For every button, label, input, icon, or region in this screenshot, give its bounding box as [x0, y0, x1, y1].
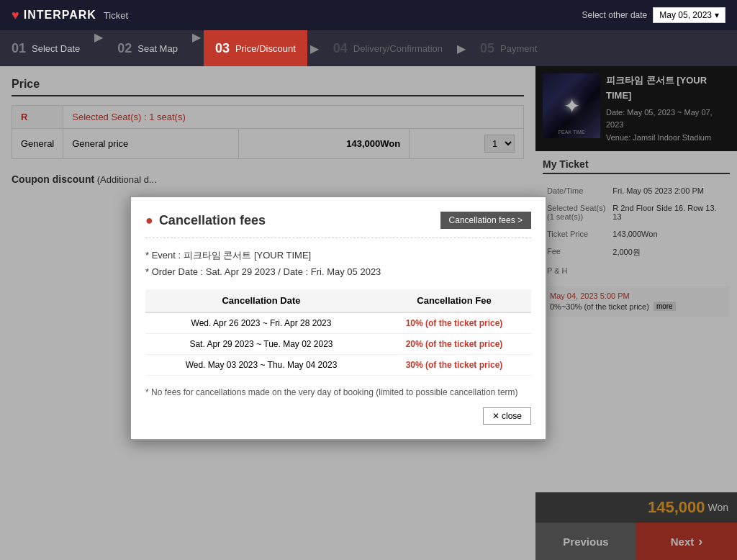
step-03-num: 03 [215, 41, 230, 56]
modal-table-row-3: Wed. May 03 2023 ~ Thu. May 04 2023 30% … [145, 354, 531, 375]
header: ♥ INTERPARK Ticket Select other date May… [0, 0, 737, 30]
header-right: Select other date May 05, 2023 ▾ [582, 7, 725, 23]
step-04-label: Delivery/Confirmation [353, 43, 443, 54]
modal-col-date: Cancellation Date [145, 289, 377, 312]
logo-main-text: INTERPARK [24, 9, 96, 22]
step-05-num: 05 [480, 41, 494, 56]
step-03-price-discount[interactable]: 03 Price/Discount [204, 30, 307, 66]
logo-heart-icon: ♥ [12, 8, 19, 23]
select-other-date-label: Select other date [582, 10, 648, 20]
modal-event-line1: * Event : 피크타임 콘서트 [YOUR TIME] [145, 247, 531, 263]
logo-area: ♥ INTERPARK Ticket [12, 8, 128, 23]
cancel-fee-1: 10% (of the ticket price) [377, 312, 531, 334]
modal-header: ● Cancellation fees Cancellation fees > [145, 212, 531, 229]
modal-divider [145, 238, 531, 238]
step-arrow-2: ▶ [189, 30, 204, 66]
step-05-payment[interactable]: 05 Payment [469, 30, 548, 66]
modal-note: * No fees for cancellations made on the … [145, 386, 531, 399]
modal-cancellation-table: Cancellation Date Cancellation Fee Wed. … [145, 289, 531, 376]
modal-close-area: ✕ close [145, 407, 531, 425]
step-01-label: Select Date [32, 43, 80, 54]
step-03-label: Price/Discount [235, 43, 296, 54]
step-02-seat-map[interactable]: 02 Seat Map [106, 30, 189, 66]
step-01-num: 01 [12, 41, 26, 56]
modal-event-info: * Event : 피크타임 콘서트 [YOUR TIME] * Order D… [145, 247, 531, 281]
steps-nav: 01 Select Date ▶ 02 Seat Map ▶ 03 Price/… [0, 30, 737, 66]
step-05-label: Payment [500, 43, 537, 54]
date-selector[interactable]: May 05, 2023 ▾ [653, 7, 725, 23]
logo-ticket-text: Ticket [104, 10, 128, 21]
main-content: Price R Selected Seat(s) : 1 seat(s) Gen… [0, 66, 737, 560]
modal-dot-icon: ● [145, 213, 153, 228]
step-arrow-3: ▶ [307, 30, 322, 66]
step-arrow-4: ▶ [454, 30, 469, 66]
chevron-down-icon: ▾ [715, 10, 719, 20]
modal-event-line2: * Order Date : Sat. Apr 29 2023 / Date :… [145, 263, 531, 280]
modal-title: Cancellation fees [159, 213, 266, 228]
cancellation-fees-btn[interactable]: Cancellation fees > [440, 212, 531, 229]
cancel-date-3: Wed. May 03 2023 ~ Thu. May 04 2023 [145, 354, 377, 375]
step-02-label: Seat Map [137, 43, 178, 54]
cancel-fee-2: 20% (of the ticket price) [377, 333, 531, 354]
cancellation-modal: ● Cancellation fees Cancellation fees > … [130, 196, 547, 441]
cancel-date-1: Wed. Apr 26 2023 ~ Fri. Apr 28 2023 [145, 312, 377, 334]
step-arrow-1: ▶ [91, 30, 106, 66]
step-01-select-date[interactable]: 01 Select Date [0, 30, 91, 66]
modal-col-fee: Cancellation Fee [377, 289, 531, 312]
date-value: May 05, 2023 [659, 10, 712, 20]
modal-table-row-1: Wed. Apr 26 2023 ~ Fri. Apr 28 2023 10% … [145, 312, 531, 334]
modal-table-row-2: Sat. Apr 29 2023 ~ Tue. May 02 2023 20% … [145, 333, 531, 354]
cancel-date-2: Sat. Apr 29 2023 ~ Tue. May 02 2023 [145, 333, 377, 354]
cancel-fee-3: 30% (of the ticket price) [377, 354, 531, 375]
step-02-num: 02 [117, 41, 132, 56]
modal-title-area: ● Cancellation fees [145, 213, 266, 228]
step-04-num: 04 [333, 41, 348, 56]
step-04-delivery[interactable]: 04 Delivery/Confirmation [322, 30, 454, 66]
modal-close-button[interactable]: ✕ close [483, 407, 531, 425]
